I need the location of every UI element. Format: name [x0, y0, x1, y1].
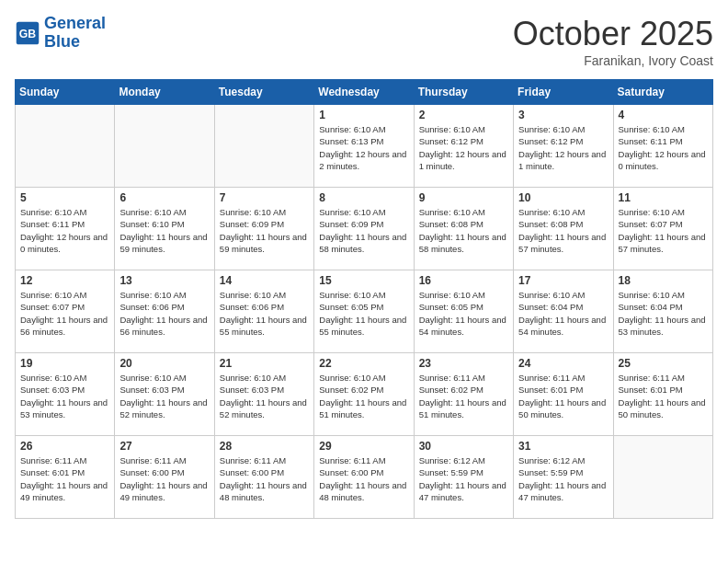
calendar-subtitle: Faranikan, Ivory Coast — [513, 53, 713, 68]
calendar-cell — [16, 105, 115, 188]
day-info: Sunrise: 6:11 AM Sunset: 6:00 PM Dayligh… — [319, 454, 408, 503]
calendar-cell: 25Sunrise: 6:11 AM Sunset: 6:01 PM Dayli… — [613, 353, 712, 436]
calendar-cell: 5Sunrise: 6:10 AM Sunset: 6:11 PM Daylig… — [16, 188, 115, 270]
logo-line1: General — [44, 14, 106, 32]
day-number: 30 — [419, 440, 508, 453]
day-info: Sunrise: 6:10 AM Sunset: 6:12 PM Dayligh… — [518, 123, 608, 172]
calendar-cell — [115, 105, 214, 188]
day-info: Sunrise: 6:10 AM Sunset: 6:02 PM Dayligh… — [319, 372, 408, 420]
svg-text:GB: GB — [19, 28, 37, 40]
calendar-cell: 27Sunrise: 6:11 AM Sunset: 6:00 PM Dayli… — [115, 436, 214, 519]
day-info: Sunrise: 6:10 AM Sunset: 6:07 PM Dayligh… — [619, 206, 708, 255]
day-info: Sunrise: 6:10 AM Sunset: 6:07 PM Dayligh… — [20, 289, 109, 338]
weekday-header: Sunday — [16, 80, 115, 105]
day-info: Sunrise: 6:10 AM Sunset: 6:08 PM Dayligh… — [518, 206, 608, 255]
day-info: Sunrise: 6:10 AM Sunset: 6:05 PM Dayligh… — [319, 289, 408, 338]
calendar-cell: 19Sunrise: 6:10 AM Sunset: 6:03 PM Dayli… — [16, 353, 115, 436]
calendar-cell: 15Sunrise: 6:10 AM Sunset: 6:05 PM Dayli… — [314, 270, 414, 353]
calendar-cell: 20Sunrise: 6:10 AM Sunset: 6:03 PM Dayli… — [115, 353, 214, 436]
day-info: Sunrise: 6:10 AM Sunset: 6:03 PM Dayligh… — [220, 372, 309, 420]
calendar-cell: 16Sunrise: 6:10 AM Sunset: 6:05 PM Dayli… — [414, 270, 513, 353]
day-number: 9 — [419, 191, 508, 204]
weekday-header: Thursday — [414, 80, 513, 105]
day-number: 16 — [419, 274, 508, 287]
day-info: Sunrise: 6:10 AM Sunset: 6:06 PM Dayligh… — [119, 289, 209, 338]
calendar-cell: 30Sunrise: 6:12 AM Sunset: 5:59 PM Dayli… — [414, 436, 513, 519]
day-number: 6 — [119, 191, 209, 204]
calendar-cell: 24Sunrise: 6:11 AM Sunset: 6:01 PM Dayli… — [514, 353, 613, 436]
day-number: 28 — [220, 440, 309, 453]
calendar-cell: 28Sunrise: 6:11 AM Sunset: 6:00 PM Dayli… — [214, 436, 313, 519]
day-number: 31 — [518, 440, 608, 453]
day-info: Sunrise: 6:10 AM Sunset: 6:03 PM Dayligh… — [119, 372, 209, 420]
day-number: 12 — [20, 274, 109, 287]
page-header: GB General Blue October 2025 Faranikan, … — [15, 15, 713, 68]
day-info: Sunrise: 6:10 AM Sunset: 6:11 PM Dayligh… — [619, 123, 708, 172]
calendar-cell: 6Sunrise: 6:10 AM Sunset: 6:10 PM Daylig… — [115, 188, 214, 270]
day-info: Sunrise: 6:11 AM Sunset: 6:00 PM Dayligh… — [119, 454, 209, 503]
weekday-header: Wednesday — [314, 80, 414, 105]
day-info: Sunrise: 6:10 AM Sunset: 6:13 PM Dayligh… — [319, 123, 408, 172]
calendar-cell: 9Sunrise: 6:10 AM Sunset: 6:08 PM Daylig… — [414, 188, 513, 270]
day-number: 10 — [518, 191, 608, 204]
calendar-cell: 23Sunrise: 6:11 AM Sunset: 6:02 PM Dayli… — [414, 353, 513, 436]
logo: GB General Blue — [15, 15, 106, 52]
day-number: 21 — [220, 357, 309, 370]
calendar-cell: 8Sunrise: 6:10 AM Sunset: 6:09 PM Daylig… — [314, 188, 414, 270]
day-info: Sunrise: 6:10 AM Sunset: 6:11 PM Dayligh… — [20, 206, 109, 255]
weekday-header: Saturday — [613, 80, 712, 105]
calendar-cell: 21Sunrise: 6:10 AM Sunset: 6:03 PM Dayli… — [214, 353, 313, 436]
day-number: 27 — [119, 440, 209, 453]
day-number: 4 — [619, 109, 708, 121]
day-number: 29 — [319, 440, 408, 453]
day-info: Sunrise: 6:10 AM Sunset: 6:03 PM Dayligh… — [20, 372, 109, 420]
calendar-cell: 17Sunrise: 6:10 AM Sunset: 6:04 PM Dayli… — [514, 270, 613, 353]
day-number: 17 — [518, 274, 608, 287]
day-number: 5 — [20, 191, 109, 204]
day-number: 15 — [319, 274, 408, 287]
day-info: Sunrise: 6:11 AM Sunset: 6:01 PM Dayligh… — [619, 372, 708, 420]
day-info: Sunrise: 6:10 AM Sunset: 6:04 PM Dayligh… — [619, 289, 708, 338]
title-area: October 2025 Faranikan, Ivory Coast — [513, 15, 713, 68]
calendar-cell: 18Sunrise: 6:10 AM Sunset: 6:04 PM Dayli… — [613, 270, 712, 353]
calendar-cell: 2Sunrise: 6:10 AM Sunset: 6:12 PM Daylig… — [414, 105, 513, 188]
day-info: Sunrise: 6:10 AM Sunset: 6:10 PM Dayligh… — [119, 206, 209, 255]
day-info: Sunrise: 6:12 AM Sunset: 5:59 PM Dayligh… — [518, 454, 608, 503]
day-info: Sunrise: 6:10 AM Sunset: 6:09 PM Dayligh… — [220, 206, 309, 255]
calendar-cell: 29Sunrise: 6:11 AM Sunset: 6:00 PM Dayli… — [314, 436, 414, 519]
day-info: Sunrise: 6:11 AM Sunset: 6:01 PM Dayligh… — [20, 454, 109, 503]
logo-icon: GB — [15, 20, 40, 46]
day-number: 19 — [20, 357, 109, 370]
day-number: 14 — [220, 274, 309, 287]
day-number: 18 — [619, 274, 708, 287]
day-info: Sunrise: 6:10 AM Sunset: 6:09 PM Dayligh… — [319, 206, 408, 255]
calendar-cell: 11Sunrise: 6:10 AM Sunset: 6:07 PM Dayli… — [613, 188, 712, 270]
calendar-table: SundayMondayTuesdayWednesdayThursdayFrid… — [15, 79, 713, 519]
weekday-header: Friday — [514, 80, 613, 105]
day-number: 26 — [20, 440, 109, 453]
day-number: 22 — [319, 357, 408, 370]
weekday-header: Tuesday — [214, 80, 313, 105]
logo-line2: Blue — [44, 33, 106, 52]
day-info: Sunrise: 6:12 AM Sunset: 5:59 PM Dayligh… — [419, 454, 508, 503]
day-info: Sunrise: 6:11 AM Sunset: 6:02 PM Dayligh… — [419, 372, 508, 420]
day-info: Sunrise: 6:10 AM Sunset: 6:05 PM Dayligh… — [419, 289, 508, 338]
calendar-cell: 31Sunrise: 6:12 AM Sunset: 5:59 PM Dayli… — [514, 436, 613, 519]
day-info: Sunrise: 6:10 AM Sunset: 6:04 PM Dayligh… — [518, 289, 608, 338]
calendar-cell: 26Sunrise: 6:11 AM Sunset: 6:01 PM Dayli… — [16, 436, 115, 519]
calendar-cell: 7Sunrise: 6:10 AM Sunset: 6:09 PM Daylig… — [214, 188, 313, 270]
day-number: 11 — [619, 191, 708, 204]
calendar-cell: 13Sunrise: 6:10 AM Sunset: 6:06 PM Dayli… — [115, 270, 214, 353]
day-number: 25 — [619, 357, 708, 370]
calendar-cell: 10Sunrise: 6:10 AM Sunset: 6:08 PM Dayli… — [514, 188, 613, 270]
calendar-cell — [613, 436, 712, 519]
day-number: 13 — [119, 274, 209, 287]
day-info: Sunrise: 6:10 AM Sunset: 6:06 PM Dayligh… — [220, 289, 309, 338]
calendar-cell: 4Sunrise: 6:10 AM Sunset: 6:11 PM Daylig… — [613, 105, 712, 188]
weekday-header: Monday — [115, 80, 214, 105]
day-number: 2 — [419, 109, 508, 121]
day-number: 3 — [518, 109, 608, 121]
day-info: Sunrise: 6:11 AM Sunset: 6:00 PM Dayligh… — [220, 454, 309, 503]
day-number: 20 — [119, 357, 209, 370]
calendar-cell: 3Sunrise: 6:10 AM Sunset: 6:12 PM Daylig… — [514, 105, 613, 188]
